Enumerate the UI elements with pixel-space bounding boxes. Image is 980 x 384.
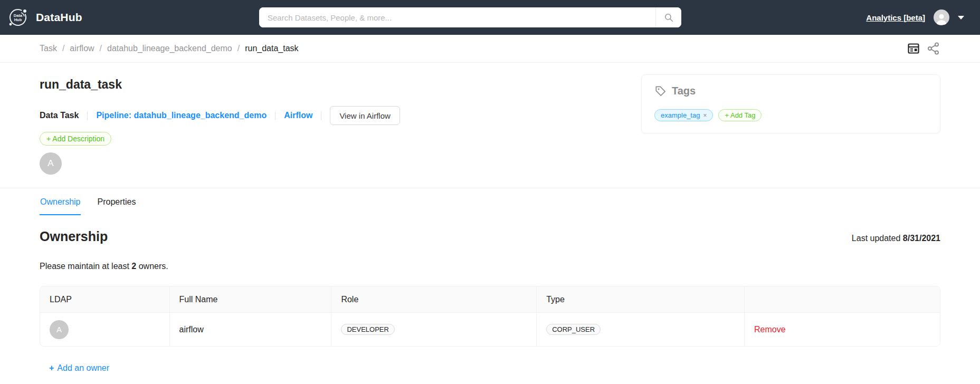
breadcrumb-actions xyxy=(907,42,940,55)
divider xyxy=(275,111,275,120)
table-header-actions xyxy=(745,286,940,313)
entity-meta-row: Data Task Pipeline: datahub_lineage_back… xyxy=(40,106,400,125)
entity-header: run_data_task Data Task Pipeline: datahu… xyxy=(0,63,980,175)
table-header-full-name: Full Name xyxy=(170,286,332,313)
ownership-header: Ownership Last updated 8/31/2021 xyxy=(40,229,940,244)
table-header-role: Role xyxy=(331,286,537,313)
ownership-section: Ownership Last updated 8/31/2021 Please … xyxy=(0,229,980,373)
tag-icon xyxy=(654,85,667,97)
navbar-right: Analytics [beta] xyxy=(866,0,964,35)
table-row: A airflow DEVELOPER CORP_USER Remove xyxy=(40,313,940,346)
tab-properties[interactable]: Properties xyxy=(97,188,136,215)
entity-info: run_data_task Data Task Pipeline: datahu… xyxy=(40,63,641,175)
brand[interactable]: Data Hub DataHub xyxy=(6,0,82,35)
page-title: run_data_task xyxy=(40,78,122,92)
tags-title: Tags xyxy=(672,85,696,97)
search-bar xyxy=(259,7,681,27)
table-header-type: Type xyxy=(537,286,745,313)
view-in-airflow-button[interactable]: View in Airflow xyxy=(330,106,399,125)
remove-tag-icon[interactable]: × xyxy=(703,112,707,119)
owner-actions-cell: Remove xyxy=(745,313,940,346)
entity-owner-avatar[interactable]: A xyxy=(40,152,62,175)
share-lineage-icon[interactable] xyxy=(927,42,940,55)
remove-owner-button[interactable]: Remove xyxy=(754,325,786,334)
top-navbar: Data Hub DataHub Analytics [beta] xyxy=(0,0,980,35)
entity-type-label: Data Task xyxy=(40,111,79,120)
details-view-icon[interactable] xyxy=(907,42,920,55)
platform-airflow-link[interactable]: Airflow xyxy=(284,111,312,120)
owner-type-cell: CORP_USER xyxy=(537,313,745,346)
entity-tabs: Ownership Properties xyxy=(0,188,980,215)
add-description-button[interactable]: + Add Description xyxy=(40,132,111,146)
table-header-row: LDAP Full Name Role Type xyxy=(40,286,940,313)
owner-ldap-cell: A xyxy=(40,313,170,346)
owner-avatar[interactable]: A xyxy=(50,320,69,339)
breadcrumb-item-pipeline[interactable]: datahub_lineage_backend_demo xyxy=(107,44,232,53)
tags-card: Tags example_tag × + Add Tag xyxy=(641,74,940,133)
tag-label: example_tag xyxy=(661,111,700,119)
breadcrumb-separator: / xyxy=(100,44,102,53)
last-updated-label: Last updated xyxy=(852,234,901,243)
breadcrumb-item-task[interactable]: Task xyxy=(40,44,57,53)
owners-note-count: 2 xyxy=(131,262,136,271)
owner-role-badge: DEVELOPER xyxy=(341,324,394,335)
owner-full-name: airflow xyxy=(170,313,332,346)
tab-ownership[interactable]: Ownership xyxy=(40,188,81,215)
search-button[interactable] xyxy=(656,7,681,27)
search-input[interactable] xyxy=(259,7,655,27)
breadcrumb-item-airflow[interactable]: airflow xyxy=(70,44,94,53)
owners-note-prefix: Please maintain at least xyxy=(40,262,129,271)
caret-down-icon[interactable] xyxy=(958,16,964,20)
search-icon xyxy=(664,13,674,23)
tags-list: example_tag × + Add Tag xyxy=(654,109,927,121)
brand-title: DataHub xyxy=(36,11,82,24)
tag-example-tag[interactable]: example_tag × xyxy=(654,109,713,121)
datahub-logo-icon[interactable]: Data Hub xyxy=(6,6,30,29)
divider xyxy=(321,111,321,120)
add-owner-label: Add an owner xyxy=(57,363,109,373)
breadcrumb-separator: / xyxy=(237,44,240,53)
breadcrumb-item-current: run_data_task xyxy=(245,44,298,53)
owners-table: LDAP Full Name Role Type A airflow DEVEL… xyxy=(40,286,940,347)
table-header-ldap: LDAP xyxy=(40,286,170,313)
pipeline-link[interactable]: Pipeline: datahub_lineage_backend_demo xyxy=(96,111,267,120)
owners-note: Please maintain at least 2 owners. xyxy=(40,262,940,271)
add-owner-button[interactable]: + Add an owner xyxy=(49,363,109,373)
analytics-link[interactable]: Analytics [beta] xyxy=(866,13,925,22)
owners-note-suffix: owners. xyxy=(139,262,168,271)
person-icon xyxy=(935,12,948,25)
ownership-heading: Ownership xyxy=(40,229,108,244)
plus-icon: + xyxy=(49,363,54,373)
last-updated-date: 8/31/2021 xyxy=(903,234,940,243)
logo-text-bottom: Hub xyxy=(14,17,22,22)
divider xyxy=(87,111,88,120)
breadcrumb-separator: / xyxy=(62,44,64,53)
owner-type-badge: CORP_USER xyxy=(546,324,601,335)
last-updated: Last updated 8/31/2021 xyxy=(852,234,940,243)
breadcrumb: Task / airflow / datahub_lineage_backend… xyxy=(0,35,980,63)
add-tag-button[interactable]: + Add Tag xyxy=(718,109,762,121)
owner-role-cell: DEVELOPER xyxy=(331,313,537,346)
user-avatar[interactable] xyxy=(934,9,949,25)
tags-card-header: Tags xyxy=(654,85,927,97)
